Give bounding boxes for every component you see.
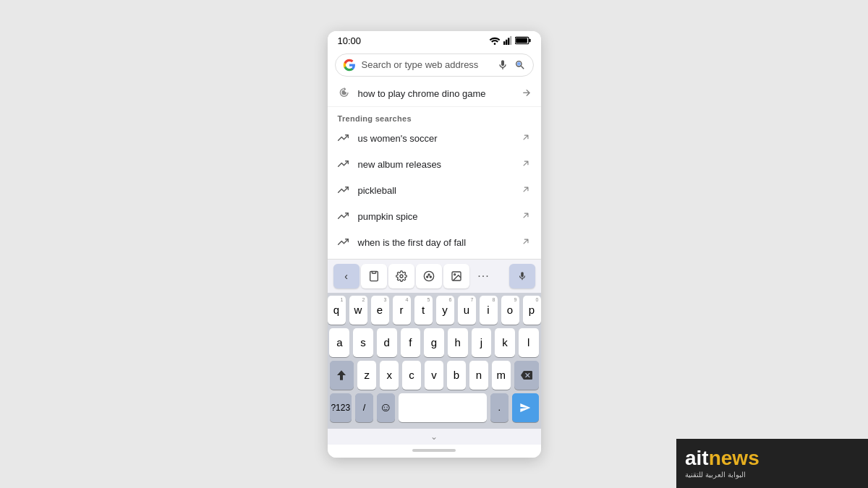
keyboard-row-2: zxcvbnm — [330, 361, 539, 390]
key-i[interactable]: 8i — [480, 296, 498, 325]
period-key[interactable]: . — [490, 393, 509, 422]
key-t[interactable]: 5t — [414, 296, 433, 325]
redirect-icon — [521, 158, 531, 171]
svg-rect-7 — [516, 38, 527, 43]
key-z[interactable]: z — [357, 361, 376, 390]
key-v[interactable]: v — [425, 361, 443, 390]
status-icons — [489, 36, 531, 45]
keyboard-row-3: ?123/☺. — [330, 393, 539, 422]
keyboard-row-0: 1q2w3e4r5t6y7u8i9o0p — [330, 296, 539, 325]
num-switch-key[interactable]: ?123 — [330, 393, 352, 422]
handle-bar — [412, 449, 456, 452]
key-h[interactable]: h — [448, 328, 468, 357]
key-k[interactable]: k — [495, 328, 515, 357]
svg-point-0 — [493, 43, 495, 45]
svg-point-12 — [424, 271, 433, 281]
svg-rect-6 — [529, 39, 530, 43]
key-x[interactable]: x — [380, 361, 399, 390]
key-b[interactable]: b — [447, 361, 466, 390]
toolbar-clipboard-button[interactable] — [361, 264, 387, 288]
key-s[interactable]: s — [353, 328, 373, 357]
wifi-icon — [489, 36, 501, 45]
key-q[interactable]: 1q — [328, 296, 346, 325]
trending-text: new album releases — [358, 159, 512, 170]
trending-arrow-icon — [338, 210, 349, 223]
key-e[interactable]: 3e — [371, 296, 389, 325]
send-key[interactable] — [512, 393, 539, 422]
chevron-down-icon[interactable]: ⌄ — [328, 429, 541, 445]
svg-point-13 — [426, 276, 427, 278]
svg-rect-2 — [506, 40, 507, 45]
keyboard-toolbar: ‹ ··· — [328, 259, 541, 293]
key-a[interactable]: a — [329, 328, 349, 357]
redirect-arrow-icon — [518, 85, 534, 101]
watermark: ait news البوابة العربية للتقنية — [676, 439, 868, 488]
trending-item[interactable]: us women's soccer — [328, 126, 541, 152]
status-bar: 10:00 — [328, 31, 541, 49]
trending-arrow-icon — [338, 184, 349, 197]
battery-icon — [515, 36, 531, 45]
key-f[interactable]: f — [401, 328, 421, 357]
clock-icon — [338, 87, 349, 100]
redirect-icon — [521, 210, 531, 223]
key-j[interactable]: j — [472, 328, 492, 357]
toolbar-more-button[interactable]: ··· — [471, 264, 497, 288]
key-o[interactable]: 9o — [501, 296, 519, 325]
svg-rect-3 — [508, 38, 509, 45]
key-n[interactable]: n — [469, 361, 488, 390]
key-u[interactable]: 7u — [458, 296, 476, 325]
toolbar-settings-button[interactable] — [388, 264, 414, 288]
trending-item[interactable]: when is the first day of fall — [328, 230, 541, 256]
key-r[interactable]: 4r — [393, 296, 411, 325]
search-action-icons — [497, 59, 526, 71]
toolbar-image-button[interactable] — [443, 264, 469, 288]
trending-text: pickleball — [358, 185, 512, 196]
bottom-handle — [328, 445, 541, 458]
trending-item[interactable]: pickleball — [328, 178, 541, 204]
search-placeholder: Search or type web address — [362, 59, 491, 70]
trending-header: Trending searches — [328, 107, 541, 126]
trending-arrow-icon — [338, 158, 349, 171]
redirect-icon — [521, 132, 531, 145]
svg-point-14 — [430, 276, 431, 278]
trending-item[interactable]: pumpkin spice — [328, 204, 541, 230]
keyboard: 1q2w3e4r5t6y7u8i9o0pasdfghjklzxcvbnm?123… — [328, 293, 541, 429]
signal-icon — [503, 36, 512, 45]
trending-list: us women's soccer new album releases — [328, 126, 541, 256]
watermark-subtitle1: البوابة العربية للتقنية — [685, 470, 760, 480]
mic-icon[interactable] — [497, 59, 509, 71]
key-p[interactable]: 0p — [523, 296, 541, 325]
space-key[interactable] — [399, 393, 487, 422]
key-d[interactable]: d — [377, 328, 397, 357]
key-y[interactable]: 6y — [436, 296, 454, 325]
lens-icon[interactable] — [514, 59, 526, 71]
history-item[interactable]: how to play chrome dino game — [328, 81, 541, 107]
google-logo — [343, 59, 356, 72]
svg-point-17 — [454, 273, 455, 275]
toolbar-palette-button[interactable] — [416, 264, 442, 288]
trending-arrow-icon — [338, 236, 349, 249]
redirect-icon — [521, 236, 531, 249]
slash-key[interactable]: / — [355, 393, 373, 422]
key-c[interactable]: c — [402, 361, 421, 390]
trending-text: when is the first day of fall — [358, 237, 512, 248]
key-m[interactable]: m — [492, 361, 511, 390]
key-w[interactable]: 2w — [349, 296, 367, 325]
status-time: 10:00 — [338, 35, 362, 46]
svg-point-11 — [400, 275, 403, 278]
svg-rect-10 — [372, 271, 375, 273]
trending-item[interactable]: new album releases — [328, 152, 541, 178]
history-text: how to play chrome dino game — [358, 88, 512, 99]
toolbar-back-button[interactable]: ‹ — [333, 264, 359, 288]
toolbar-mic-button[interactable] — [509, 264, 535, 288]
shift-key[interactable] — [330, 361, 354, 390]
emoji-key[interactable]: ☺ — [377, 393, 395, 422]
trending-text: pumpkin spice — [358, 211, 512, 222]
backspace-key[interactable] — [514, 361, 539, 390]
key-g[interactable]: g — [424, 328, 444, 357]
key-l[interactable]: l — [519, 328, 539, 357]
search-bar[interactable]: Search or type web address — [335, 53, 534, 77]
trending-text: us women's soccer — [358, 133, 512, 144]
svg-rect-1 — [503, 41, 505, 45]
redirect-icon — [521, 184, 531, 197]
